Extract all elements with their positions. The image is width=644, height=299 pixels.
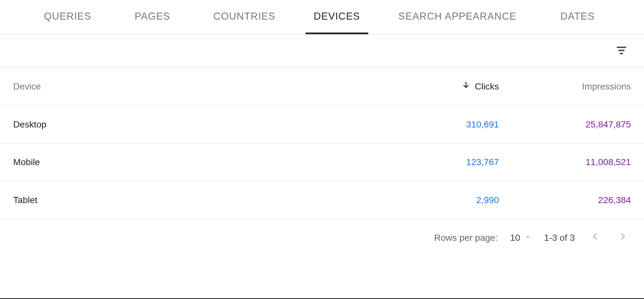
pagination-bar: Rows per page: 10 1-3 of 3 <box>0 219 644 256</box>
table-row[interactable]: Tablet 2,990 226,384 <box>0 181 644 219</box>
tab-countries[interactable]: COUNTRIES <box>205 0 284 34</box>
tab-queries[interactable]: QUERIES <box>36 0 100 34</box>
cell-device: Mobile <box>13 157 375 167</box>
cell-impressions: 226,384 <box>499 195 631 205</box>
cell-device: Tablet <box>13 195 375 205</box>
dropdown-arrow-icon <box>524 232 532 243</box>
cell-impressions: 25,847,875 <box>499 119 631 129</box>
chevron-left-icon <box>590 231 600 244</box>
table-row[interactable]: Desktop 310,691 25,847,875 <box>0 106 644 144</box>
tab-bar: QUERIES PAGES COUNTRIES DEVICES SEARCH A… <box>0 0 644 35</box>
prev-page-button[interactable] <box>587 229 603 247</box>
svg-rect-1 <box>618 50 624 51</box>
column-header-clicks[interactable]: Clicks <box>375 80 499 92</box>
next-page-button[interactable] <box>615 229 631 247</box>
rows-per-page-value: 10 <box>510 232 520 243</box>
table-row[interactable]: Mobile 123,767 11,008,521 <box>0 143 644 181</box>
sort-arrow-down-icon <box>462 80 471 92</box>
cell-clicks: 2,990 <box>375 195 499 205</box>
cell-clicks: 310,691 <box>375 119 499 129</box>
filter-bar <box>0 35 644 68</box>
data-table: Device Clicks Impressions Desktop 310,69… <box>0 68 644 219</box>
chevron-right-icon <box>618 231 628 244</box>
column-header-clicks-label: Clicks <box>475 81 499 92</box>
page-range-text: 1-3 of 3 <box>544 232 575 243</box>
table-header-row: Device Clicks Impressions <box>0 68 644 106</box>
tab-devices[interactable]: DEVICES <box>305 0 368 34</box>
cell-impressions: 11,008,521 <box>499 157 631 167</box>
svg-rect-2 <box>620 53 623 54</box>
column-header-device[interactable]: Device <box>13 81 375 92</box>
rows-per-page-label: Rows per page: <box>434 232 498 243</box>
cell-device: Desktop <box>13 119 375 129</box>
tab-pages[interactable]: PAGES <box>121 0 183 34</box>
svg-rect-0 <box>617 46 626 48</box>
column-header-impressions[interactable]: Impressions <box>499 81 631 92</box>
cell-clicks: 123,767 <box>375 157 499 167</box>
rows-per-page-select[interactable]: 10 <box>510 232 532 243</box>
tab-search-appearance[interactable]: SEARCH APPEARANCE <box>390 0 525 34</box>
tab-dates[interactable]: DATES <box>547 0 609 34</box>
filter-icon[interactable] <box>612 41 631 61</box>
